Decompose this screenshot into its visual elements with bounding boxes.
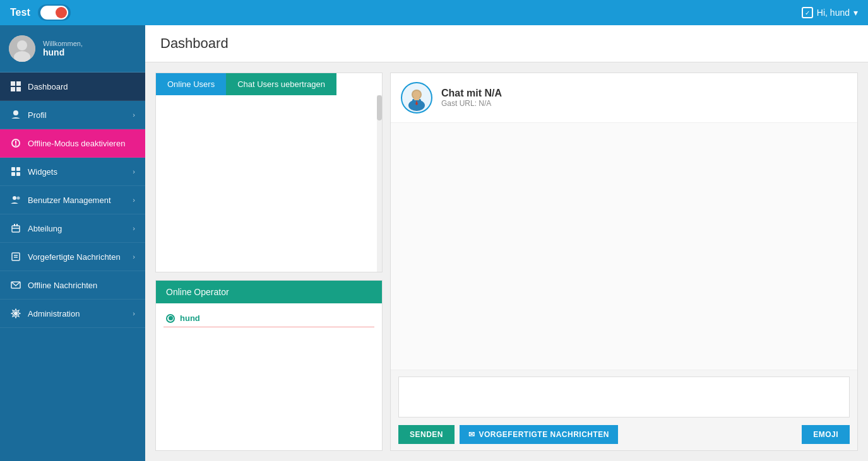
header-left: Test xyxy=(10,4,71,21)
gast-url-value: N/A xyxy=(479,99,491,108)
sidebar-item-label-abteilung: Abteilung xyxy=(28,224,62,233)
chat-panel: Chat mit N/A Gast URL: N/A SENDEN ✉ xyxy=(390,73,858,451)
sidebar-item-widgets[interactable]: Widgets › xyxy=(0,158,145,186)
sidebar-item-benutzer[interactable]: Benutzer Management › xyxy=(0,186,145,214)
top-header: Test ✓ Hi, hund ▾ xyxy=(0,0,868,25)
user-greeting: Hi, hund xyxy=(817,8,850,18)
chat-messages xyxy=(391,123,857,370)
emoji-button[interactable]: EMOJI xyxy=(802,425,850,444)
list-item: hund xyxy=(163,310,374,327)
sidebar: Willkommen, hund Dashboard xyxy=(0,25,145,461)
sidebar-item-offline-nachrichten[interactable]: Offline Nachrichten xyxy=(0,271,145,300)
content-body: Online Users Chat Users uebertragen Onli… xyxy=(145,62,868,461)
sidebar-item-label-widgets: Widgets xyxy=(28,167,57,177)
tab-content xyxy=(156,95,382,272)
profil-icon xyxy=(10,109,21,120)
chat-header: Chat mit N/A Gast URL: N/A xyxy=(391,73,857,123)
chat-avatar xyxy=(401,82,432,114)
sidebar-user: Willkommen, hund xyxy=(0,25,145,73)
chat-input-area: SENDEN ✉ VORGEFERTIGTE NACHRICHTEN EMOJI xyxy=(391,370,857,450)
svg-rect-11 xyxy=(11,167,15,171)
svg-point-10 xyxy=(15,144,16,146)
send-button[interactable]: SENDEN xyxy=(398,425,455,444)
sidebar-item-profil[interactable]: Profil › xyxy=(0,101,145,129)
offline-nachrichten-icon xyxy=(10,279,21,291)
sidebar-item-abteilung[interactable]: Abteilung › xyxy=(0,214,145,243)
sidebar-item-offline-modus[interactable]: Offline-Modus deaktivieren xyxy=(0,129,145,158)
check-icon: ✓ xyxy=(802,7,813,18)
user-info: Willkommen, hund xyxy=(43,40,83,57)
gast-url-label: Gast URL: xyxy=(441,99,479,108)
svg-rect-31 xyxy=(414,96,419,100)
svg-rect-14 xyxy=(16,172,20,176)
operator-name: hund xyxy=(180,313,200,323)
main-layout: Willkommen, hund Dashboard xyxy=(0,25,868,461)
dropdown-arrow-icon: ▾ xyxy=(853,8,858,18)
toggle-track[interactable] xyxy=(40,6,68,20)
svg-point-15 xyxy=(13,196,16,200)
sidebar-item-label-vorgefertigte: Vorgefertigte Nachrichten xyxy=(28,252,121,262)
predef-button[interactable]: ✉ VORGEFERTIGTE NACHRICHTEN xyxy=(460,425,618,444)
sidebar-item-dashboard[interactable]: Dashboard xyxy=(0,73,145,101)
sidebar-item-vorgefertigte[interactable]: Vorgefertigte Nachrichten › xyxy=(0,243,145,271)
benutzer-icon xyxy=(10,194,21,206)
widgets-chevron-icon: › xyxy=(133,168,135,175)
chat-name: Chat mit N/A xyxy=(441,88,502,99)
svg-rect-12 xyxy=(16,167,20,171)
svg-rect-17 xyxy=(12,226,20,232)
svg-rect-21 xyxy=(12,253,20,260)
operator-list: hund xyxy=(156,303,382,334)
user-name: hund xyxy=(43,47,83,57)
svg-rect-20 xyxy=(16,224,18,226)
offline-icon xyxy=(10,137,21,149)
tabs-header: Online Users Chat Users uebertragen xyxy=(156,73,382,95)
user-welcome: Willkommen, xyxy=(43,40,83,47)
benutzer-chevron-icon: › xyxy=(133,196,135,204)
online-operator-header: Online Operator xyxy=(156,281,382,303)
tab-chat-users[interactable]: Chat Users uebertragen xyxy=(226,73,336,95)
scrollbar-thumb[interactable] xyxy=(377,95,382,120)
mail-icon: ✉ xyxy=(468,430,475,439)
vorgefertigte-icon xyxy=(10,251,21,262)
app-title: Test xyxy=(10,7,30,18)
content-area: Dashboard Online Users Chat Users uebert… xyxy=(145,25,868,461)
scrollbar-track[interactable] xyxy=(377,95,382,272)
tabs-card: Online Users Chat Users uebertragen xyxy=(155,73,383,272)
sidebar-item-label-profil: Profil xyxy=(28,110,47,120)
sidebar-item-label-administration: Administration xyxy=(28,309,80,318)
chat-textarea[interactable] xyxy=(398,376,850,417)
svg-rect-5 xyxy=(11,87,15,91)
toggle-knob xyxy=(56,7,67,18)
chat-url: Gast URL: N/A xyxy=(441,99,502,108)
sidebar-item-administration[interactable]: Administration › xyxy=(0,300,145,328)
dashboard-icon xyxy=(10,81,21,92)
online-status-icon xyxy=(166,314,175,323)
chat-info: Chat mit N/A Gast URL: N/A xyxy=(441,88,502,108)
administration-chevron-icon: › xyxy=(133,310,135,317)
administration-icon xyxy=(10,308,21,319)
online-operator-card: Online Operator hund xyxy=(155,280,383,451)
sidebar-item-label-offline: Offline-Modus deaktivieren xyxy=(28,139,125,148)
tab-online-users[interactable]: Online Users xyxy=(156,73,226,95)
svg-rect-19 xyxy=(14,224,15,226)
profil-chevron-icon: › xyxy=(133,111,135,119)
svg-rect-6 xyxy=(16,87,21,91)
svg-point-7 xyxy=(13,110,18,115)
svg-point-1 xyxy=(17,40,27,50)
page-header: Dashboard xyxy=(145,25,868,62)
left-panel: Online Users Chat Users uebertragen Onli… xyxy=(155,73,383,451)
svg-rect-4 xyxy=(16,81,21,86)
abteilung-icon xyxy=(10,223,21,234)
abteilung-chevron-icon: › xyxy=(133,225,135,232)
avatar xyxy=(9,35,35,62)
vorgefertigte-chevron-icon: › xyxy=(133,253,135,260)
sidebar-item-label-benutzer: Benutzer Management xyxy=(28,195,111,205)
sidebar-item-label-dashboard: Dashboard xyxy=(28,82,68,91)
svg-rect-3 xyxy=(11,81,15,86)
toggle-switch[interactable] xyxy=(38,4,71,21)
svg-rect-13 xyxy=(11,172,15,176)
svg-point-25 xyxy=(14,312,18,315)
svg-point-16 xyxy=(17,197,20,200)
chat-actions: SENDEN ✉ VORGEFERTIGTE NACHRICHTEN EMOJI xyxy=(398,425,850,444)
user-menu[interactable]: ✓ Hi, hund ▾ xyxy=(802,7,858,18)
